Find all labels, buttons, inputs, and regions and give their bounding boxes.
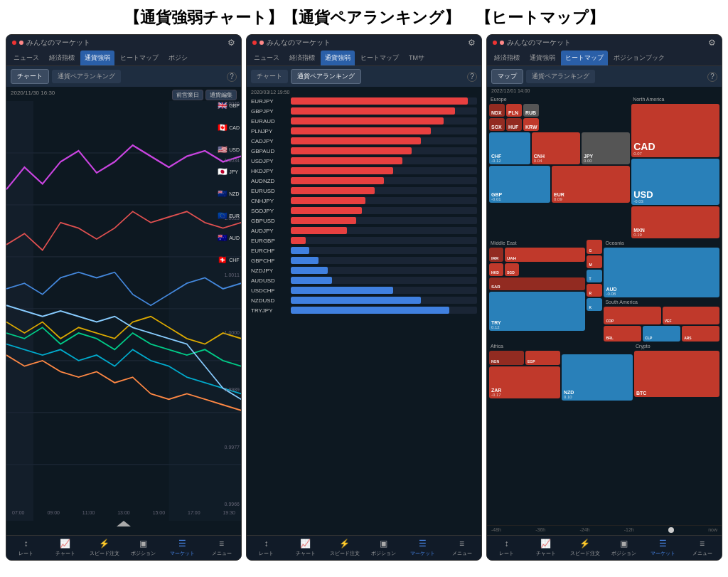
bar	[291, 127, 431, 134]
bar	[291, 197, 365, 204]
ranking-item: EURJPY	[247, 96, 481, 106]
footer-position[interactable]: ▣ ポジション	[124, 539, 163, 557]
hfooter-position[interactable]: ▣ ポジション	[604, 539, 643, 557]
footer-rate[interactable]: ↕ レート	[6, 539, 46, 557]
rfooter-market[interactable]: ☰ マーケット	[403, 539, 442, 557]
pair-label: HKDJPY	[251, 168, 288, 174]
rnav-tab-news[interactable]: ニュース	[250, 51, 284, 65]
rnav-tab-currency[interactable]: 通貨強弱	[321, 51, 355, 65]
bar	[291, 177, 384, 184]
rnav-tab-tm[interactable]: TMサ	[405, 51, 429, 65]
hnav-tab-econ[interactable]: 経済指標	[490, 51, 524, 65]
hfooter-speed[interactable]: ⚡ スピード注文	[565, 539, 604, 557]
ranking-item: GBPAUD	[247, 146, 481, 156]
hnav-tab-heat[interactable]: ヒートマップ	[561, 51, 608, 65]
footer-speed[interactable]: ⚡ スピード注文	[85, 539, 124, 557]
rsubtab-ranking[interactable]: 通貨ペアランキング	[291, 69, 361, 84]
rchart-label: チャート	[296, 550, 316, 557]
bar-container	[291, 117, 477, 125]
ranking-item: AUDUSD	[247, 275, 481, 285]
bar-container	[291, 97, 477, 105]
bar	[291, 257, 318, 264]
hfooter-rate[interactable]: ↕ レート	[487, 539, 526, 557]
footer-market[interactable]: ☰ マーケット	[163, 539, 202, 557]
hm-chf: CHF -0.12	[489, 132, 530, 164]
heatmap-footer: ↕ レート 📈 チャート ⚡ スピード注文 ▣ ポジション ☰ マーケット ≡ …	[487, 535, 722, 560]
hnav-tab-pos[interactable]: ポジションブック	[609, 51, 669, 65]
nav-tab-pos[interactable]: ポジシ	[164, 51, 192, 65]
hsubtab-map[interactable]: マップ	[491, 69, 523, 84]
heatmap-timestamp: 2022/12/01 14:00	[487, 87, 722, 95]
heatmap-area: 2022/12/01 14:00 Europe NDX PLN RUB	[487, 87, 722, 535]
nav-tab-currency[interactable]: 通貨強弱	[80, 51, 114, 65]
flag-eur: 🇪🇺EUR	[218, 211, 240, 221]
bar	[291, 237, 306, 244]
nav-tab-news[interactable]: ニュース	[9, 51, 43, 65]
hm-sgd: SGD	[505, 263, 519, 276]
hm-brl: BRL	[604, 326, 641, 342]
pair-label: EURUSD	[251, 188, 288, 194]
ranking-item: TRYJPY	[247, 305, 481, 315]
rfooter-chart[interactable]: 📈 チャート	[286, 539, 325, 557]
europe-large-cells: GBP -0.01 EUR 0.09	[489, 166, 630, 203]
rate-icon: ↕	[24, 539, 28, 549]
crypto-label: Crypto	[634, 343, 719, 349]
prev-day-button[interactable]: 前営業日	[172, 90, 203, 100]
scroll-indicator	[117, 517, 131, 529]
ranking-item: NZDJPY	[247, 265, 481, 275]
hm-sox: SOX	[489, 118, 505, 131]
hm-g: G	[587, 240, 602, 254]
market-label: マーケット	[170, 550, 195, 557]
help-button2[interactable]: ?	[467, 72, 477, 82]
currency-edit-button[interactable]: 通貨編集	[205, 90, 237, 100]
africa-cells: NGN EGP	[489, 351, 560, 365]
flag-cad: 🇨🇦CAD	[218, 123, 240, 132]
hfooter-chart[interactable]: 📈 チャート	[526, 539, 565, 557]
oceania-label: Oceania	[604, 240, 719, 246]
gear-icon2[interactable]: ⚙	[468, 38, 476, 48]
nav-tab-heat[interactable]: ヒートマップ	[116, 51, 163, 65]
gear-icon[interactable]: ⚙	[228, 38, 235, 48]
hnav-tab-currency[interactable]: 通貨強弱	[525, 51, 560, 65]
rrate-icon: ↕	[264, 539, 269, 549]
hm-jpy: JPY 0.00	[582, 132, 630, 164]
hmarket-label: マーケット	[651, 550, 675, 557]
hm-eur: EUR 0.09	[552, 166, 630, 203]
help-button3[interactable]: ?	[707, 72, 717, 82]
subtab-ranking[interactable]: 通貨ペアランキング	[52, 70, 121, 83]
ranking-item: AUDNZD	[247, 176, 481, 186]
rsubtab-chart[interactable]: チャート	[251, 70, 288, 83]
hfooter-market[interactable]: ☰ マーケット	[643, 539, 682, 557]
nav-tab-econ[interactable]: 経済指標	[45, 51, 79, 65]
pink-dot3	[500, 41, 504, 45]
rposition-icon: ▣	[380, 539, 387, 549]
chart-label: チャート	[55, 550, 75, 557]
gear-icon3[interactable]: ⚙	[708, 38, 716, 48]
footer-menu[interactable]: ≡ メニュー	[202, 539, 241, 557]
ranking-item: SGDJPY	[247, 206, 481, 216]
rfooter-speed[interactable]: ⚡ スピード注文	[325, 539, 364, 557]
small-cells-col: G M T R K	[587, 240, 602, 342]
rfooter-menu[interactable]: ≡ メニュー	[442, 539, 481, 557]
bar-container	[291, 277, 477, 284]
subtab-chart[interactable]: チャート	[11, 69, 49, 84]
rnav-tab-econ[interactable]: 経済指標	[285, 51, 319, 65]
ranking-item: PLNJPY	[247, 126, 481, 136]
footer-chart[interactable]: 📈 チャート	[46, 539, 85, 557]
hfooter-menu[interactable]: ≡ メニュー	[682, 539, 722, 557]
ranking-item: HKDJPY	[247, 166, 481, 176]
africa-section: Africa NGN EGP ZAR -0.17	[489, 343, 560, 401]
rfooter-rate[interactable]: ↕ レート	[247, 539, 286, 557]
ranking-item: EURAUD	[247, 116, 481, 126]
oceania-sa-section: Oceania AUD -0.08 South America COP VEF	[604, 240, 719, 342]
rnav-tab-heat[interactable]: ヒートマップ	[356, 51, 403, 65]
help-button[interactable]: ?	[227, 72, 237, 82]
hsubtab-ranking[interactable]: 通貨ペアランキング	[526, 70, 595, 83]
chart-content: 2020/11/30 16:30 前営業日 通貨編集 🇬🇧GBP 🇨🇦CAD 🇺…	[6, 87, 241, 535]
hm-krw: KRW	[523, 118, 539, 131]
currency-flags: 🇬🇧GBP 🇨🇦CAD 🇺🇸USD 🇯🇵JPY 🇳🇿NZD	[218, 101, 240, 265]
rfooter-position[interactable]: ▣ ポジション	[364, 539, 403, 557]
na-label: North America	[631, 96, 719, 102]
timeline-dot	[668, 527, 674, 534]
pair-label: CNHJPY	[251, 198, 288, 204]
